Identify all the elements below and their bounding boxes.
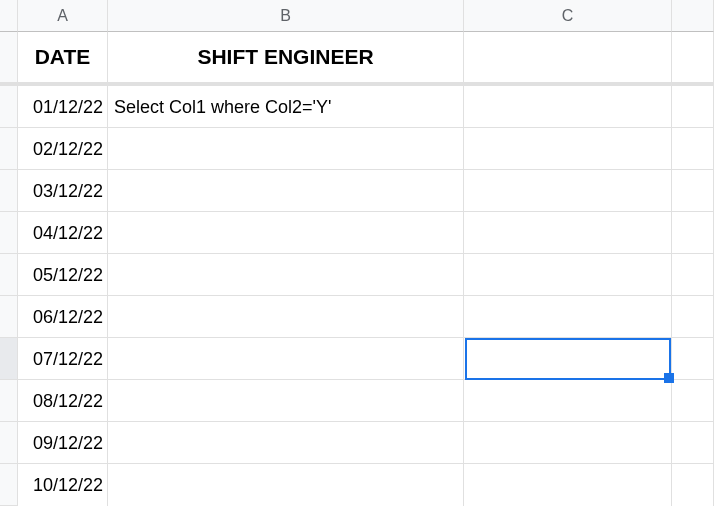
row-header-1[interactable] bbox=[0, 32, 18, 86]
col-header-b[interactable]: B bbox=[108, 0, 464, 32]
spreadsheet-grid[interactable]: A B C DATE SHIFT ENGINEER 01/12/22 Selec… bbox=[0, 0, 714, 506]
cell-b2[interactable]: Select Col1 where Col2='Y' bbox=[108, 86, 464, 128]
cell-c10[interactable] bbox=[464, 422, 672, 464]
row-header[interactable] bbox=[0, 212, 18, 254]
cell-d4[interactable] bbox=[672, 170, 714, 212]
cell-c3[interactable] bbox=[464, 128, 672, 170]
cell-b6[interactable] bbox=[108, 254, 464, 296]
row-header[interactable] bbox=[0, 338, 18, 380]
cell-c11[interactable] bbox=[464, 464, 672, 506]
cell-d3[interactable] bbox=[672, 128, 714, 170]
cell-a7[interactable]: 06/12/22 bbox=[18, 296, 108, 338]
row-header[interactable] bbox=[0, 86, 18, 128]
col-header-d[interactable] bbox=[672, 0, 714, 32]
cell-a6[interactable]: 05/12/22 bbox=[18, 254, 108, 296]
cell-c4[interactable] bbox=[464, 170, 672, 212]
row-header[interactable] bbox=[0, 380, 18, 422]
cell-a10[interactable]: 09/12/22 bbox=[18, 422, 108, 464]
cell-d6[interactable] bbox=[672, 254, 714, 296]
cell-c7[interactable] bbox=[464, 296, 672, 338]
row-header[interactable] bbox=[0, 296, 18, 338]
header-engineer[interactable]: SHIFT ENGINEER bbox=[108, 32, 464, 86]
header-d[interactable] bbox=[672, 32, 714, 86]
cell-b3[interactable] bbox=[108, 128, 464, 170]
cell-d5[interactable] bbox=[672, 212, 714, 254]
col-header-c[interactable]: C bbox=[464, 0, 672, 32]
cell-a4[interactable]: 03/12/22 bbox=[18, 170, 108, 212]
cell-d9[interactable] bbox=[672, 380, 714, 422]
row-header[interactable] bbox=[0, 254, 18, 296]
cell-d2[interactable] bbox=[672, 86, 714, 128]
cell-c9[interactable] bbox=[464, 380, 672, 422]
cell-d10[interactable] bbox=[672, 422, 714, 464]
cell-c8[interactable] bbox=[464, 338, 672, 380]
cell-c6[interactable] bbox=[464, 254, 672, 296]
cell-b8[interactable] bbox=[108, 338, 464, 380]
cell-a11[interactable]: 10/12/22 bbox=[18, 464, 108, 506]
cell-a9[interactable]: 08/12/22 bbox=[18, 380, 108, 422]
cell-b5[interactable] bbox=[108, 212, 464, 254]
row-header[interactable] bbox=[0, 422, 18, 464]
cell-b9[interactable] bbox=[108, 380, 464, 422]
header-date[interactable]: DATE bbox=[18, 32, 108, 86]
cell-a5[interactable]: 04/12/22 bbox=[18, 212, 108, 254]
cell-c2[interactable] bbox=[464, 86, 672, 128]
cell-b4[interactable] bbox=[108, 170, 464, 212]
col-header-a[interactable]: A bbox=[18, 0, 108, 32]
cell-d7[interactable] bbox=[672, 296, 714, 338]
row-header[interactable] bbox=[0, 128, 18, 170]
row-header[interactable] bbox=[0, 170, 18, 212]
row-header[interactable] bbox=[0, 464, 18, 506]
cell-d11[interactable] bbox=[672, 464, 714, 506]
cell-c5[interactable] bbox=[464, 212, 672, 254]
cell-b10[interactable] bbox=[108, 422, 464, 464]
cell-d8[interactable] bbox=[672, 338, 714, 380]
header-c[interactable] bbox=[464, 32, 672, 86]
cell-a3[interactable]: 02/12/22 bbox=[18, 128, 108, 170]
cell-a8[interactable]: 07/12/22 bbox=[18, 338, 108, 380]
cell-b11[interactable] bbox=[108, 464, 464, 506]
cell-b7[interactable] bbox=[108, 296, 464, 338]
corner-header[interactable] bbox=[0, 0, 18, 32]
cell-a2[interactable]: 01/12/22 bbox=[18, 86, 108, 128]
